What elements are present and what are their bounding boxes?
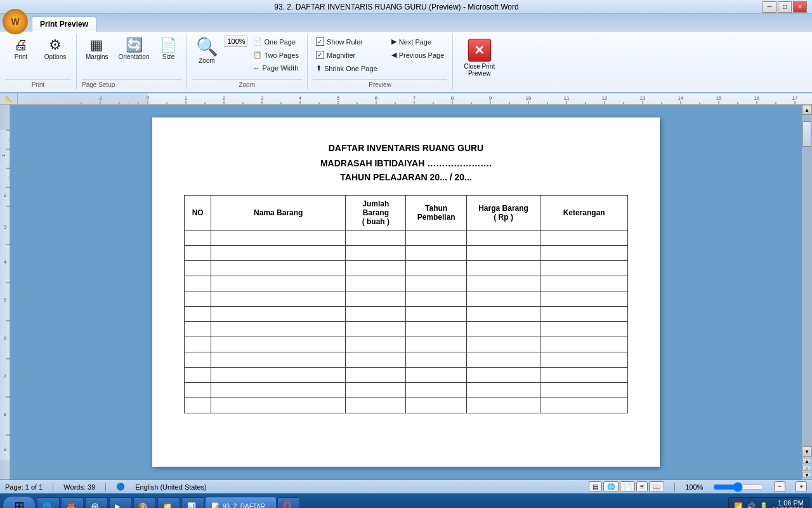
table-cell <box>466 398 540 413</box>
zoom-percentage[interactable]: 100% <box>225 36 247 47</box>
magnifier-toggle[interactable]: ✓ Magnifier <box>313 49 381 61</box>
taskbar-app-excel[interactable]: 📊 <box>181 497 204 508</box>
svg-text:15: 15 <box>716 95 722 101</box>
magnifier-checkbox[interactable]: ✓ <box>316 51 324 59</box>
table-cell <box>211 322 346 337</box>
inventory-table: NO Nama Barang Jumlah Barang( buah ) Tah… <box>184 195 628 413</box>
table-cell <box>185 276 211 291</box>
page-width-button[interactable]: ↔ Page Width <box>250 62 302 74</box>
margins-button[interactable]: ▦ Margins <box>82 36 112 64</box>
zoom-button[interactable]: 🔍 Zoom <box>192 36 222 67</box>
svg-text:7: 7 <box>413 95 416 101</box>
svg-text:8: 8 <box>451 95 454 101</box>
two-pages-button[interactable]: 📋 Two Pages <box>250 49 302 61</box>
page-status: Page: 1 of 1 <box>5 483 43 491</box>
table-cell <box>346 352 406 368</box>
shrink-one-page-button[interactable]: ⬆ Shrink One Page <box>313 62 381 74</box>
normal-view-btn[interactable]: ▤ <box>589 481 602 492</box>
orientation-button[interactable]: 🔄 Orientation <box>115 36 154 64</box>
close-button[interactable]: ✕ <box>793 1 807 13</box>
maximize-button[interactable]: □ <box>778 1 792 13</box>
svg-text:3: 3 <box>4 224 7 230</box>
table-cell <box>466 352 540 368</box>
table-header-row: NO Nama Barang Jumlah Barang( buah ) Tah… <box>185 196 628 231</box>
svg-text:6: 6 <box>4 335 7 341</box>
show-ruler-checkbox[interactable]: ✓ <box>316 37 324 46</box>
next-page-icon: ▶ <box>391 37 396 46</box>
ribbon-group-page-setup: ▦ Margins 🔄 Orientation 📄 Size Page Setu… <box>77 34 187 90</box>
prev-page-button[interactable]: ◀ Previous Page <box>388 49 448 61</box>
system-tray: 📶 🔊 🔋 1:06 PM 11/30/2020 <box>728 497 809 508</box>
next-page-button[interactable]: ▶ Next Page <box>388 36 448 48</box>
scroll-thumb[interactable] <box>802 121 811 147</box>
taskbar-app-mediaplayer[interactable]: ▶ <box>109 497 132 508</box>
status-separator-1 <box>53 483 53 491</box>
one-page-button[interactable]: 📄 One Page <box>250 36 302 48</box>
svg-text:2: 2 <box>4 192 7 198</box>
table-cell <box>406 337 466 352</box>
options-button[interactable]: ⚙ Options <box>39 36 71 64</box>
page-width-icon: ↔ <box>253 64 260 72</box>
table-cell <box>540 276 628 291</box>
svg-text:8: 8 <box>4 411 7 417</box>
zoom-out-btn[interactable]: − <box>774 481 785 492</box>
taskbar-app-paint[interactable]: 🎨 <box>133 497 156 508</box>
svg-text:5: 5 <box>337 95 340 101</box>
table-row <box>185 276 628 291</box>
table-cell <box>211 352 346 368</box>
table-cell <box>406 352 466 368</box>
table-cell <box>540 307 628 322</box>
taskbar-app-opera[interactable]: O <box>277 497 300 508</box>
table-cell <box>540 368 628 383</box>
table-cell <box>406 231 466 246</box>
table-cell <box>211 337 346 352</box>
scroll-extra-btn-2[interactable]: ○ <box>802 465 811 471</box>
table-cell <box>211 246 346 261</box>
zoom-slider[interactable] <box>713 482 764 492</box>
ruler-bar: 📐 -2 0 1 <box>0 93 812 105</box>
scroll-extra-btn-3[interactable]: ▼ <box>802 472 811 478</box>
table-cell <box>185 383 211 398</box>
view-controls: ▤ 🌐 📄 ≡ 📖 <box>589 481 664 492</box>
minimize-button[interactable]: ─ <box>763 1 776 13</box>
taskbar-app-explorer[interactable]: 📁 <box>157 497 180 508</box>
svg-text:16: 16 <box>754 95 760 101</box>
ribbon-group-print: 🖨 Print ⚙ Options Print <box>0 34 77 90</box>
taskbar-app-chrome[interactable]: ⊕ <box>85 497 108 508</box>
zoom-in-btn[interactable]: + <box>796 481 807 492</box>
table-cell <box>185 398 211 413</box>
main-area: 1 2 3 4 5 6 7 8 9 <box>0 105 812 479</box>
scroll-extra-btn-1[interactable]: ▲ <box>802 458 811 464</box>
table-cell <box>466 368 540 383</box>
taskbar-app-firefox[interactable]: 🦊 <box>61 497 84 508</box>
table-cell <box>185 368 211 383</box>
close-print-preview-button[interactable]: ✕ Close PrintPreview <box>458 36 501 80</box>
size-button[interactable]: 📄 Size <box>156 36 181 64</box>
table-cell <box>466 291 540 307</box>
scroll-track[interactable] <box>802 115 812 446</box>
scroll-up-button[interactable]: ▲ <box>802 105 812 115</box>
start-button[interactable]: ⊞ <box>3 496 36 508</box>
content-area: DAFTAR INVENTARIS RUANG GURU MADRASAH IB… <box>10 105 802 479</box>
excel-icon: 📊 <box>187 502 196 509</box>
tray-volume-icon: 🔊 <box>747 502 756 509</box>
outline-view-btn[interactable]: ≡ <box>636 481 648 492</box>
scroll-down-button[interactable]: ▼ <box>802 446 812 457</box>
print-button[interactable]: 🖨 Print <box>5 36 37 64</box>
svg-line-64 <box>0 105 10 479</box>
tab-print-preview[interactable]: Print Preview <box>32 17 96 32</box>
taskbar-app-word[interactable]: 📝 93. 2. DAFTAR... <box>206 497 276 508</box>
document-page: DAFTAR INVENTARIS RUANG GURU MADRASAH IB… <box>152 117 660 467</box>
table-cell <box>211 307 346 322</box>
svg-text:2: 2 <box>223 95 226 101</box>
taskbar-app-ie[interactable]: 🌐 <box>37 497 60 508</box>
print-view-btn[interactable]: 📄 <box>620 481 635 492</box>
web-view-btn[interactable]: 🌐 <box>603 481 619 492</box>
orientation-icon: 🔄 <box>126 38 143 52</box>
reading-view-btn[interactable]: 📖 <box>649 481 664 492</box>
table-cell <box>540 337 628 352</box>
office-button[interactable]: W <box>3 9 28 34</box>
show-ruler-toggle[interactable]: ✓ Show Ruler <box>313 36 381 48</box>
table-cell <box>406 368 466 383</box>
svg-text:10: 10 <box>526 95 532 101</box>
